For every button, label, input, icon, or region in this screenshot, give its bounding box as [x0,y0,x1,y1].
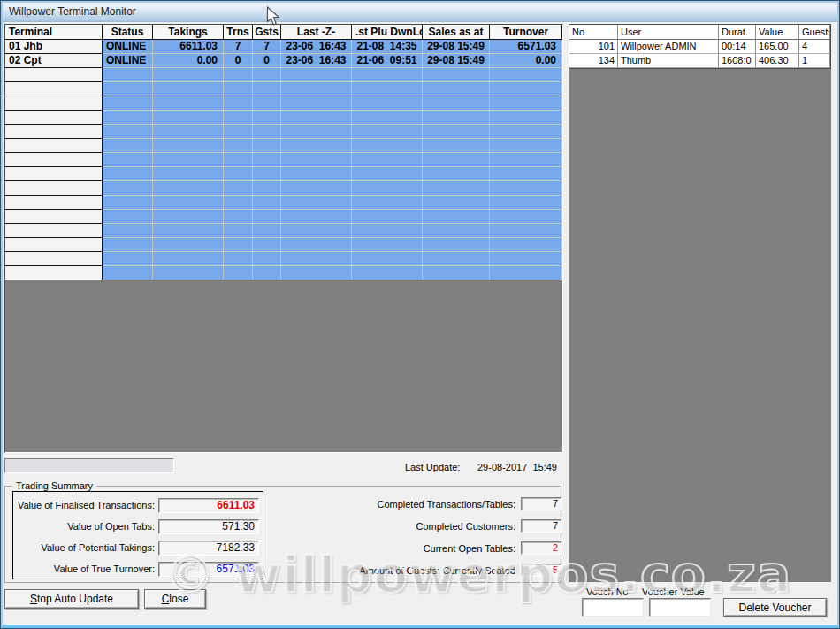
grid-cell[interactable]: 0 [224,54,253,68]
grid-cell[interactable]: 0.00 [153,54,224,68]
delete-voucher-button[interactable]: Delete Voucher [723,598,827,617]
grid-cell [253,252,281,266]
user-table-cell[interactable]: Thumb [618,54,719,68]
grid-cell [281,96,352,111]
grid-fixed-cell [5,139,103,153]
grid-cell[interactable]: ONLINE [103,40,153,54]
grid-cell [352,167,423,181]
grid-cell [103,266,153,280]
grid-empty-row [5,139,562,153]
grid-cell [281,167,352,181]
user-table-cell[interactable]: Willpower ADMIN [618,40,719,54]
grid-cell [352,139,423,153]
grid-cell [490,167,562,181]
user-table-cell[interactable]: 00:14 [719,40,756,54]
grid-fixed-cell[interactable]: 01 Jhb [5,40,103,54]
summary-value-field: 6571.03 [158,562,259,577]
update-progress-bar [4,458,174,473]
grid-cell [103,252,153,266]
counter-row: Completed Transactions/Tables:7 [294,493,562,515]
grid-cell [352,210,423,224]
grid-cell [224,196,253,210]
grid-cell[interactable]: 23-06 16:43 [281,54,352,68]
grid-empty-row [5,224,562,238]
trading-summary-counters: Completed Transactions/Tables:7Completed… [294,493,562,581]
user-table-cell[interactable]: 1 [799,54,830,68]
stop-auto-update-button[interactable]: Stop Auto Update [4,589,139,609]
vouch-no-input[interactable] [582,598,644,617]
grid-cell [352,266,423,280]
grid-header-cell: Trns [224,25,253,40]
grid-cell[interactable]: 6571.03 [490,40,562,54]
grid-empty-row [5,167,562,181]
grid-cell [253,125,281,139]
user-table-cell[interactable]: 101 [569,40,618,54]
grid-cell[interactable]: 0.00 [490,54,562,68]
grid-cell[interactable]: 29-08 15:49 [423,54,490,68]
grid-cell [281,238,352,252]
grid-cell [224,96,253,111]
grid-cell [153,82,224,96]
grid-empty-row [5,82,562,96]
grid-cell [352,224,423,238]
grid-cell[interactable]: 23-06 16:43 [281,40,352,54]
user-table-row[interactable]: 134Thumb1608:0406.301 [569,54,830,68]
grid-cell [281,210,352,224]
user-table-cell[interactable]: 4 [799,40,830,54]
grid-cell [153,196,224,210]
grid-empty-row [5,181,562,196]
user-table-cell[interactable]: 165.00 [756,40,799,54]
grid-empty-row [5,68,562,82]
grid-cell[interactable]: ONLINE [103,54,153,68]
counter-row: Current Open Tables:2 [294,537,562,559]
grid-row[interactable]: 02 CptONLINE0.000023-06 16:4321-06 09:51… [5,54,562,68]
grid-fixed-cell [5,252,103,266]
grid-cell [253,266,281,280]
user-table-cell[interactable]: 406.30 [756,54,799,68]
grid-cell [103,68,153,82]
grid-cell [423,68,490,82]
title-bar[interactable]: Willpower Terminal Monitor [1,1,839,22]
grid-fixed-cell [5,181,103,196]
terminal-grid: TerminalStatusTakingsTrnsGstsLast -Z-.st… [5,25,562,280]
grid-cell [281,139,352,153]
grid-cell [490,153,562,167]
grid-cell [423,153,490,167]
counter-label: Completed Customers: [294,521,515,532]
grid-cell[interactable]: 7 [224,40,253,54]
grid-cell [224,238,253,252]
grid-cell [253,139,281,153]
grid-cell[interactable]: 7 [253,40,281,54]
grid-row[interactable]: 01 JhbONLINE6611.037723-06 16:4321-08 14… [5,40,562,54]
grid-cell[interactable]: 0 [253,54,281,68]
grid-cell [253,210,281,224]
grid-cell[interactable]: 29-08 15:49 [423,40,490,54]
grid-cell[interactable]: 21-06 09:51 [352,54,423,68]
grid-cell[interactable]: 6611.03 [153,40,224,54]
summary-label: Value of Finalised Transactions: [17,500,155,510]
grid-fixed-cell[interactable]: 02 Cpt [5,54,103,68]
grid-cell [103,238,153,252]
grid-cell [153,68,224,82]
grid-cell[interactable]: 21-08 14:35 [352,40,423,54]
grid-cell [224,210,253,224]
user-table-header-cell: User [618,25,719,40]
user-table-cell[interactable]: 134 [569,54,618,68]
counter-value-field: 7 [521,519,562,533]
grid-cell [224,82,253,96]
grid-empty-row [5,96,562,111]
user-table-header-cell: No [569,25,618,40]
grid-cell [224,125,253,139]
user-table-row[interactable]: 101Willpower ADMIN00:14165.004 [569,40,830,54]
grid-cell [423,181,490,196]
grid-cell [103,125,153,139]
grid-cell [253,153,281,167]
grid-cell [153,167,224,181]
grid-cell [423,238,490,252]
grid-fixed-cell [5,224,103,238]
right-gray-panel [569,69,831,582]
terminal-monitor-window: Willpower Terminal Monitor TerminalStatu… [0,0,840,629]
close-button[interactable]: Close [144,589,206,609]
user-table-cell[interactable]: 1608:0 [719,54,756,68]
voucher-value-input[interactable] [649,598,711,617]
